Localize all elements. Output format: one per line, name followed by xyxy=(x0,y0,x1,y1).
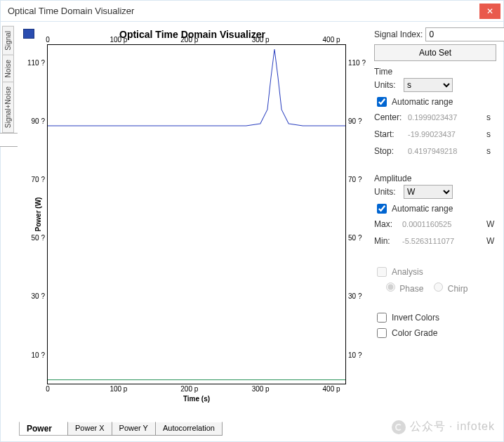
color-grade-checkbox[interactable] xyxy=(377,328,387,338)
x-tick-top: 0 xyxy=(46,36,50,44)
x-tick: 300 p xyxy=(252,385,270,393)
amp-min-label: Min: xyxy=(374,236,398,246)
amplitude-title: Amplitude xyxy=(374,174,496,183)
y-tick: 50 ? xyxy=(32,234,45,242)
y-tick: 90 ? xyxy=(32,117,45,124)
invert-colors-checkbox[interactable] xyxy=(377,313,387,323)
y-tick-right: 10 ? xyxy=(348,351,362,358)
y-tick: 70 ? xyxy=(32,176,45,183)
time-units-label: Units: xyxy=(374,80,401,90)
analysis-chirp[interactable]: Chirp xyxy=(430,280,467,294)
time-auto-range[interactable]: Automatic range xyxy=(374,95,496,109)
left-tab-signal-noise[interactable]: Signal+Noise xyxy=(2,82,14,133)
y-axis-label: Power (W) xyxy=(34,197,42,232)
time-center-label: Center: xyxy=(374,112,404,122)
amplitude-group: Amplitude Units: W Automatic range Max:W… xyxy=(374,174,496,248)
tab-autocorrelation[interactable]: Autocorrelation xyxy=(155,422,223,436)
y-tick: 30 ? xyxy=(32,292,45,300)
time-group: Time Units: s Automatic range Center:s S… xyxy=(374,67,496,158)
left-tab-noise[interactable]: Noise xyxy=(2,55,14,83)
app-window: Optical Time Domain Visualizer ✕ Signal … xyxy=(0,0,504,442)
time-title: Time xyxy=(374,67,496,77)
time-start-value xyxy=(406,127,484,141)
x-tick: 400 p xyxy=(323,385,340,393)
time-stop-label: Stop: xyxy=(374,146,404,156)
analysis-toggle[interactable]: Analysis xyxy=(374,265,496,279)
time-auto-checkbox[interactable] xyxy=(377,97,387,107)
time-stop-value xyxy=(406,144,484,158)
time-start-label: Start: xyxy=(374,129,404,139)
amp-units-select[interactable]: W xyxy=(404,185,453,199)
autoset-button[interactable]: Auto Set xyxy=(374,44,496,61)
baseline xyxy=(48,379,345,380)
tab-power[interactable]: Power xyxy=(19,422,68,436)
time-units-select[interactable]: s xyxy=(404,78,453,92)
window-title: Optical Time Domain Visualizer xyxy=(8,6,479,16)
series-power xyxy=(48,45,345,127)
analysis-phase[interactable]: Phase xyxy=(383,280,423,294)
amp-max-value xyxy=(401,217,484,231)
y-tick-right: 30 ? xyxy=(348,292,362,300)
close-button[interactable]: ✕ xyxy=(479,4,500,19)
chart[interactable]: Optical Time Domain Visualizer 0 100 p 2… xyxy=(18,26,367,420)
x-axis-label: Time (s) xyxy=(48,395,345,403)
chart-panel: Optical Time Domain Visualizer 0 100 p 2… xyxy=(15,22,370,442)
invert-colors[interactable]: Invert Colors xyxy=(374,311,496,325)
signal-index-input[interactable] xyxy=(425,27,504,41)
left-tabstrip: Signal Noise Signal+Noise All xyxy=(1,22,15,442)
analysis-checkbox[interactable] xyxy=(377,267,387,277)
y-tick-right: 110 ? xyxy=(348,59,366,67)
tab-power-y[interactable]: Power Y xyxy=(112,422,156,436)
amp-auto-checkbox[interactable] xyxy=(377,204,387,214)
y-tick-right: 70 ? xyxy=(348,176,362,183)
titlebar: Optical Time Domain Visualizer ✕ xyxy=(1,1,503,22)
signal-index-label: Signal Index: xyxy=(374,30,423,39)
analysis-group: Analysis Phase Chirp xyxy=(374,265,496,294)
x-tick: 200 p xyxy=(180,385,198,393)
left-tab-signal[interactable]: Signal xyxy=(2,26,14,56)
amp-min-value xyxy=(401,234,484,248)
x-tick: 0 xyxy=(46,385,50,393)
tab-power-x[interactable]: Power X xyxy=(67,422,112,436)
bottom-tabstrip: Power Power X Power Y Autocorrelation xyxy=(18,422,367,436)
x-tick-top: 400 p xyxy=(323,36,340,44)
x-tick-top: 200 p xyxy=(180,36,198,44)
side-panel: Signal Index: ▲▼ Auto Set Time Units: s … xyxy=(370,22,503,442)
x-tick-top: 100 p xyxy=(110,36,127,44)
y-tick-right: 50 ? xyxy=(348,234,362,242)
amp-auto-range[interactable]: Automatic range xyxy=(374,202,496,216)
y-tick: 110 ? xyxy=(27,59,45,67)
amp-units-label: Units: xyxy=(374,187,401,197)
time-center-value xyxy=(406,110,484,124)
color-grade[interactable]: Color Grade xyxy=(374,326,496,340)
x-tick: 100 p xyxy=(110,385,127,393)
y-tick: 10 ? xyxy=(32,351,45,358)
amp-max-label: Max: xyxy=(374,219,398,229)
plot-area[interactable]: 0 100 p 200 p 300 p 400 p 0 100 p 200 p … xyxy=(47,44,346,384)
x-tick-top: 300 p xyxy=(252,36,270,44)
y-tick-right: 90 ? xyxy=(348,117,362,124)
